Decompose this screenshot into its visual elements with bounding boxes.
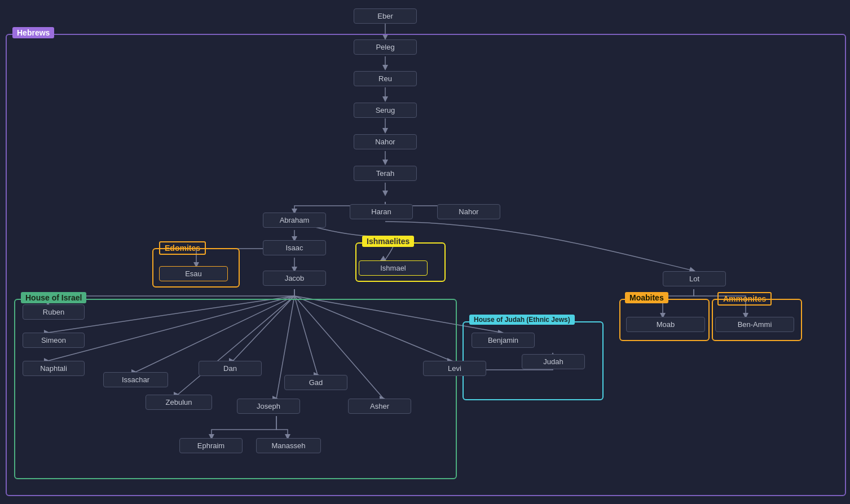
- moabites-label: Moabites: [625, 292, 668, 303]
- node-lot: Lot: [663, 271, 726, 286]
- node-ben-ammi: Ben-Ammi: [715, 317, 794, 332]
- ishmaelites-label: Ishmaelites: [362, 236, 414, 247]
- node-peleg: Peleg: [354, 39, 417, 55]
- node-ruben: Ruben: [23, 304, 85, 320]
- node-terah: Terah: [354, 166, 417, 181]
- node-benjamin: Benjamin: [472, 333, 535, 348]
- node-ephraim: Ephraim: [179, 438, 243, 453]
- node-asher: Asher: [348, 399, 411, 414]
- node-serug: Serug: [354, 103, 417, 118]
- node-abraham: Abraham: [263, 213, 326, 228]
- node-jacob: Jacob: [263, 271, 326, 286]
- house-judah-label: House of Judah (Ethnic Jews): [469, 315, 575, 325]
- node-isaac: Isaac: [263, 240, 326, 255]
- node-nahor-right: Nahor: [437, 204, 500, 219]
- node-ishmael: Ishmael: [359, 260, 428, 276]
- edomites-label: Edomites: [159, 241, 206, 255]
- hebrews-label: Hebrews: [12, 27, 54, 38]
- house-israel-label: House of Israel: [21, 292, 86, 303]
- ammonites-label: Ammonites: [717, 292, 772, 306]
- node-haran: Haran: [350, 204, 413, 219]
- node-naphtali: Naphtali: [23, 361, 85, 376]
- node-esau: Esau: [159, 266, 228, 281]
- node-manasseh: Manasseh: [256, 438, 321, 453]
- node-eber: Eber: [354, 8, 417, 24]
- node-reu: Reu: [354, 71, 417, 86]
- node-dan: Dan: [199, 361, 262, 376]
- node-moab: Moab: [626, 317, 705, 332]
- node-issachar: Issachar: [103, 372, 168, 387]
- node-simeon: Simeon: [23, 333, 85, 348]
- node-judah: Judah: [522, 354, 585, 369]
- node-zebulun: Zebulun: [146, 395, 212, 410]
- node-gad: Gad: [284, 375, 347, 390]
- node-levi: Levi: [423, 361, 486, 376]
- node-joseph: Joseph: [237, 399, 300, 414]
- node-nahor-top: Nahor: [354, 134, 417, 149]
